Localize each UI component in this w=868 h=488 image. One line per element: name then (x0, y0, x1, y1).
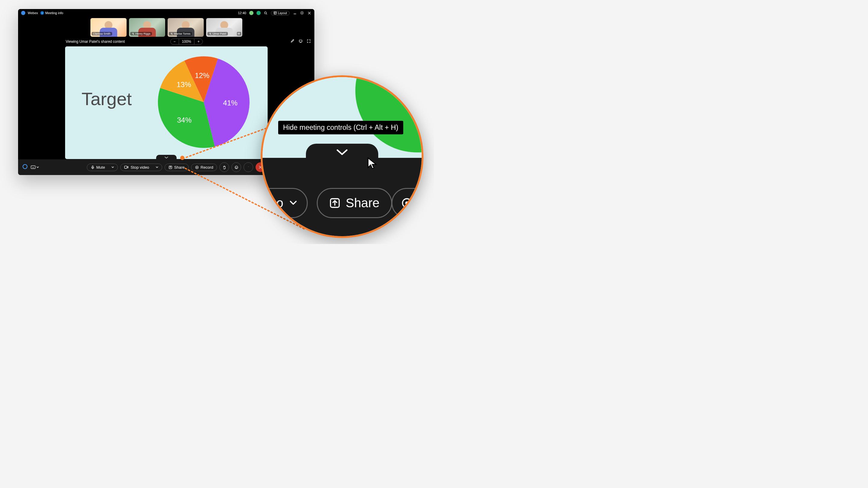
camera-icon (124, 165, 129, 169)
svg-line-11 (209, 33, 211, 35)
meeting-info-label: Meeting info (45, 11, 63, 15)
chevron-down-icon (164, 156, 169, 159)
participant-name: Umar Patel (213, 32, 226, 35)
stop-video-button[interactable]: Stop video (120, 164, 162, 171)
record-button-zoomed[interactable] (392, 188, 424, 218)
captions-button[interactable]: cc (31, 165, 39, 169)
mute-button[interactable]: Mute (87, 164, 118, 171)
annotate-icon[interactable] (290, 39, 294, 44)
mic-icon (91, 165, 95, 169)
mute-label: Mute (96, 165, 105, 170)
reactions-button[interactable] (231, 162, 241, 172)
share-label-zoomed: Share (346, 196, 379, 210)
participant-tile[interactable]: Henry Riggs (129, 18, 165, 37)
pie-slice-label: 12% (195, 71, 209, 79)
zoom-control[interactable]: − 100% + (170, 38, 203, 44)
search-icon[interactable] (264, 11, 268, 15)
participant-name: Marise Torres (174, 32, 190, 35)
record-button[interactable]: Record (191, 164, 217, 171)
svg-rect-19 (124, 166, 127, 168)
close-button[interactable] (307, 11, 311, 15)
share-label: Share (174, 165, 185, 170)
pie-slice-label: 41% (223, 99, 238, 107)
hand-icon (222, 165, 226, 169)
minimize-button[interactable] (293, 11, 297, 15)
slide-title: Target (82, 89, 132, 109)
stop-video-label-partial: deo (262, 196, 283, 210)
smile-icon (235, 165, 239, 169)
assistant-icon[interactable] (22, 164, 28, 170)
cursor-icon (367, 157, 379, 170)
participant-name: Henry Riggs (135, 32, 151, 35)
chevron-down-icon (36, 166, 39, 168)
chevron-down-icon (112, 166, 114, 168)
svg-rect-18 (92, 166, 93, 168)
svg-text:cc: cc (32, 166, 34, 168)
chevron-down-icon (156, 166, 158, 168)
stop-video-label: Stop video (130, 165, 149, 170)
layout-button[interactable]: Layout (271, 11, 290, 15)
participant-tile[interactable]: Clarissa Smith (90, 18, 127, 37)
svg-point-23 (235, 166, 238, 168)
svg-point-25 (237, 167, 237, 167)
share-button-zoomed[interactable]: Share (317, 188, 392, 218)
svg-point-24 (236, 167, 236, 167)
app-name: Webex (28, 11, 38, 15)
zoom-out-button[interactable]: − (170, 39, 179, 44)
record-icon (401, 198, 412, 208)
ellipsis-icon (247, 167, 250, 168)
raise-hand-button[interactable] (219, 162, 229, 172)
svg-point-22 (196, 167, 197, 168)
stop-video-button-zoomed[interactable]: deo (261, 188, 308, 218)
svg-rect-6 (301, 12, 303, 14)
svg-line-1 (267, 13, 267, 14)
webex-logo-icon (21, 11, 25, 15)
titlebar: Webex i Meeting info 12:40 Layout (18, 9, 314, 17)
share-icon (168, 165, 173, 169)
fullscreen-icon[interactable] (307, 39, 311, 44)
viewing-label: Viewing Umar Patel's shared content (66, 39, 125, 44)
muted-icon (209, 33, 212, 35)
layout-label: Layout (278, 11, 287, 15)
participant-tile[interactable]: Umar Patel (206, 18, 242, 37)
shared-content-header: Viewing Umar Patel's shared content − 10… (18, 37, 314, 46)
info-icon: i (40, 11, 44, 15)
hide-controls-tooltip: Hide meeting controls (Ctrl + Alt + H) (278, 121, 403, 134)
zoom-in-button[interactable]: + (194, 39, 203, 44)
clock: 12:40 (238, 11, 246, 15)
participant-filmstrip: Clarissa Smith Henry Riggs Marise Torres… (18, 17, 314, 37)
participant-name: Clarissa Smith (93, 32, 111, 35)
record-label: Record (201, 165, 213, 170)
share-icon (330, 198, 340, 208)
pie-slice-label: 34% (177, 116, 191, 124)
pie-slice-label: 13% (176, 80, 191, 89)
pop-out-icon[interactable] (299, 39, 303, 44)
more-options-button[interactable] (244, 162, 253, 172)
pie-chart: 41%34%13%12% (156, 54, 252, 150)
chevron-down-icon (289, 198, 298, 207)
zoomed-pie-fragment (355, 75, 424, 153)
record-icon (195, 165, 199, 169)
chevron-down-icon (336, 148, 349, 157)
svg-point-26 (248, 167, 248, 167)
svg-point-33 (405, 201, 409, 205)
audio-stats-icon[interactable] (256, 11, 261, 15)
participant-tile[interactable]: Marise Torres (167, 18, 204, 37)
svg-point-28 (249, 167, 249, 167)
maximize-button[interactable] (300, 11, 304, 15)
zoom-level: 100% (179, 39, 195, 44)
shared-slide: Target 41%34%13%12% (65, 46, 268, 159)
svg-point-32 (403, 199, 411, 207)
sharing-indicator-icon (237, 32, 241, 36)
muted-icon (170, 33, 173, 35)
magnifier-callout: Hide meeting controls (Ctrl + Alt + H) d… (261, 75, 424, 238)
svg-line-9 (132, 33, 134, 35)
share-button[interactable]: Share (164, 164, 189, 171)
meeting-info-button[interactable]: i Meeting info (40, 11, 63, 15)
muted-icon (132, 33, 134, 35)
svg-rect-2 (274, 12, 276, 14)
svg-rect-13 (299, 40, 302, 42)
network-quality-icon[interactable] (249, 11, 253, 15)
svg-point-27 (248, 167, 249, 167)
svg-line-10 (170, 33, 173, 35)
